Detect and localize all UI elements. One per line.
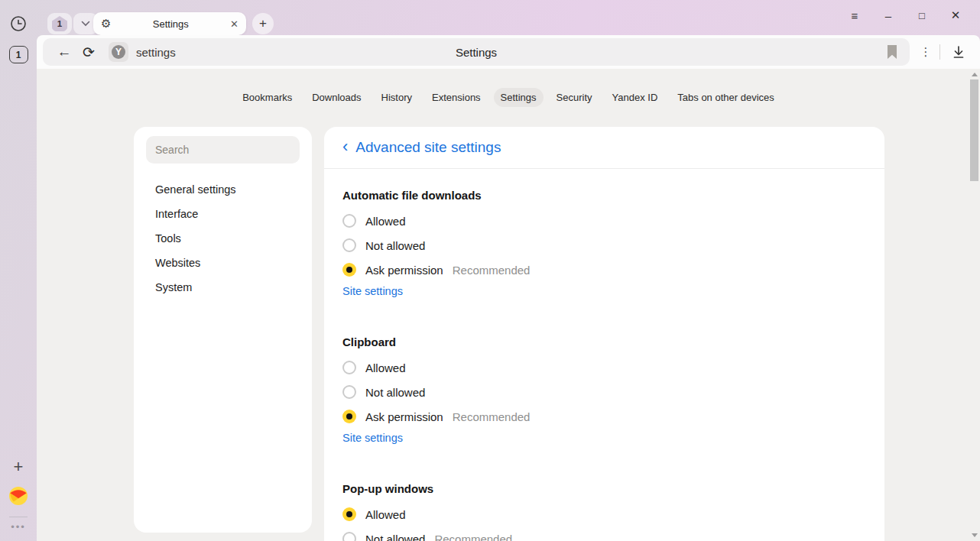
recommended-note: Recommended [453,264,531,277]
minimize-button[interactable]: – [871,9,905,22]
radio-icon[interactable] [342,361,356,374]
radio-selected-icon[interactable] [342,507,356,521]
bookmark-icon[interactable] [885,44,899,60]
nav-bookmarks[interactable]: Bookmarks [235,88,299,107]
radio-label: Not allowed [365,239,425,252]
radio-icon[interactable] [342,532,356,541]
card-title[interactable]: Advanced site settings [355,139,501,156]
radio-option[interactable]: Allowed [342,209,866,233]
radio-label: Not allowed [365,533,425,541]
site-favicon: Y [109,42,128,62]
sidebar-item-websites[interactable]: Websites [146,251,300,275]
rail-divider [9,517,28,517]
card-body: Automatic file downloads Allowed Not all… [324,169,884,541]
tab-settings[interactable]: ⚙ Settings ✕ [93,12,246,35]
history-clock-icon[interactable] [0,15,37,32]
radio-option[interactable]: Allowed [342,502,866,526]
tab-counter-badge: 1 [9,46,28,63]
toolbar-actions: ⋮ [912,38,977,66]
radio-option[interactable]: Not allowed [342,233,866,258]
tab-panel-counter[interactable]: 1 [0,46,37,63]
settings-sections-list: General settings Interface Tools Website… [146,177,300,300]
sidebar-item-general-settings[interactable]: General settings [146,177,300,202]
chevron-down-icon [81,21,90,27]
radio-option[interactable]: Not allowed Recommended [342,526,866,541]
yandex-mail-icon[interactable] [0,486,37,506]
section-popup-windows: Pop-up windows Allowed Not allowed Recom… [342,482,866,541]
back-chevron-icon[interactable]: ‹ [342,138,348,157]
radio-label: Ask permission [365,410,443,423]
tab-title: Settings [111,18,230,30]
nav-yandex-id[interactable]: Yandex ID [605,88,665,107]
toolbar: ← ⟳ Y settings Settings ⋮ [37,35,980,69]
sidebar-item-interface[interactable]: Interface [146,202,300,226]
recommended-note: Recommended [434,533,512,541]
page-scrollbar[interactable] [969,69,980,541]
radio-label: Allowed [365,215,406,228]
rail-add-button[interactable]: + [0,457,37,477]
nav-tabs-other-devices[interactable]: Tabs on other devices [670,88,780,107]
section-title: Clipboard [342,335,866,351]
side-rail: 1 + ••• [0,0,37,541]
nav-history[interactable]: History [375,88,419,107]
section-automatic-file-downloads: Automatic file downloads Allowed Not all… [342,189,866,303]
tab-strip: 1 ⚙ Settings ✕ + ≡ – □ ✕ [37,0,980,35]
maximize-button[interactable]: □ [905,10,939,21]
radio-option[interactable]: Ask permission Recommended [342,404,866,429]
section-title: Automatic file downloads [342,189,866,204]
yandex-favicon-icon: Y [112,45,125,59]
site-settings-link[interactable]: Site settings [342,432,403,450]
nav-downloads[interactable]: Downloads [305,88,368,107]
gear-icon: ⚙ [101,17,111,31]
nav-security[interactable]: Security [550,88,599,107]
tab-group-count: 1 [52,16,67,31]
downloads-icon[interactable] [940,44,977,60]
tab-group-badge[interactable]: 1 [47,13,72,34]
radio-option[interactable]: Ask permission Recommended [342,258,866,282]
recommended-note: Recommended [453,410,531,423]
radio-icon[interactable] [342,238,356,252]
browser-window: 1 + ••• 1 ⚙ Settings ✕ + ≡ – □ [0,0,980,541]
settings-page: Bookmarks Downloads History Extensions S… [37,69,980,541]
reload-icon[interactable]: ⟳ [76,44,101,61]
settings-sidebar: General settings Interface Tools Website… [134,127,312,533]
browser-menu-icon[interactable]: ≡ [838,9,871,22]
radio-option[interactable]: Not allowed [342,380,866,404]
settings-nav: Bookmarks Downloads History Extensions S… [37,69,980,107]
radio-icon[interactable] [342,385,356,399]
new-tab-button[interactable]: + [252,13,274,34]
rail-more-icon[interactable]: ••• [0,521,37,533]
more-options-icon[interactable]: ⋮ [912,45,939,59]
scroll-down-arrow-icon[interactable] [972,533,978,537]
tab-close-icon[interactable]: ✕ [230,18,239,30]
card-header[interactable]: ‹ Advanced site settings [324,127,884,169]
search-input[interactable] [146,136,300,164]
radio-label: Allowed [365,508,406,521]
radio-label: Allowed [365,361,406,374]
close-button[interactable]: ✕ [939,8,972,22]
sidebar-item-tools[interactable]: Tools [146,226,300,251]
radio-label: Ask permission [365,264,443,277]
url-text[interactable]: settings [136,46,176,59]
radio-option[interactable]: Allowed [342,355,866,380]
radio-icon[interactable] [342,214,356,228]
site-settings-link[interactable]: Site settings [342,285,403,303]
section-clipboard: Clipboard Allowed Not allowed Ask permis… [342,335,866,450]
address-bar[interactable]: ← ⟳ Y settings Settings [43,38,910,66]
nav-extensions[interactable]: Extensions [425,88,488,107]
window-controls: ≡ – □ ✕ [838,0,972,31]
radio-selected-icon[interactable] [342,410,356,423]
back-icon[interactable]: ← [52,44,76,60]
scrollbar-thumb[interactable] [970,79,978,181]
nav-settings[interactable]: Settings [494,88,544,107]
radio-label: Not allowed [365,386,425,399]
section-title: Pop-up windows [342,482,866,497]
advanced-site-settings-card: ‹ Advanced site settings Automatic file … [324,127,884,541]
radio-selected-icon[interactable] [342,263,356,277]
page-window: ← ⟳ Y settings Settings ⋮ [37,35,980,541]
sidebar-item-system[interactable]: System [146,275,300,300]
scroll-up-arrow-icon[interactable] [972,73,978,76]
